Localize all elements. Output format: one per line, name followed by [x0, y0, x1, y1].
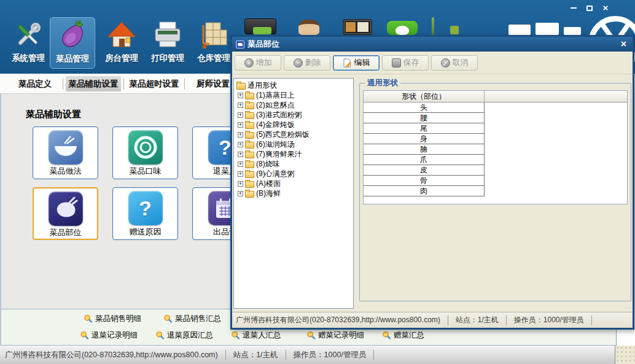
plate-icon — [128, 130, 163, 165]
tree-item[interactable]: (2)如意酥点 — [234, 100, 353, 110]
tree-item[interactable]: (1)蒸蒸日上 — [234, 90, 353, 100]
expand-icon[interactable] — [238, 181, 243, 187]
close-button[interactable]: × — [600, 3, 611, 13]
table-row[interactable]: 腩 — [364, 144, 485, 155]
folder-icon — [245, 112, 254, 119]
staff-icon[interactable] — [298, 20, 319, 35]
expand-icon[interactable] — [238, 132, 243, 137]
magnifier-icon — [231, 331, 240, 340]
card-dish-flavor[interactable]: 菜品口味 — [112, 126, 178, 179]
card-label: 菜品做法 — [33, 166, 98, 177]
status-separator — [591, 316, 592, 325]
wechat-app-icon[interactable] — [387, 21, 418, 35]
cancel-button[interactable]: 取消 — [431, 55, 478, 71]
cancel-icon — [441, 58, 450, 68]
tree-item[interactable]: (4)金牌炖饭 — [234, 120, 353, 130]
dialog-title: 菜品部位 — [247, 39, 618, 50]
dialog-titlebar[interactable]: 菜品部位 × — [232, 37, 633, 52]
add-button[interactable]: + 增加 — [235, 55, 281, 71]
delete-icon: − — [294, 58, 303, 68]
toolbar-item-system[interactable]: 系统管理 — [6, 17, 51, 69]
link-return-person-summary[interactable]: 退菜人汇总 — [231, 330, 281, 341]
section-title: 菜品辅助设置 — [26, 109, 81, 120]
expand-icon[interactable] — [238, 171, 243, 177]
cancel-label: 取消 — [453, 57, 469, 68]
toolbar-item-tables[interactable]: 房台管理 — [99, 17, 144, 69]
tab-dish-aux-settings[interactable]: 菜品辅助设置 — [66, 76, 121, 91]
folder-icon — [245, 122, 254, 129]
magnifier-icon — [84, 314, 93, 323]
edit-icon — [343, 58, 352, 68]
toolbar-label: 系统管理 — [6, 53, 51, 64]
tab-separator — [184, 78, 185, 90]
card-dish-method[interactable]: 菜品做法 — [33, 126, 98, 179]
table-row[interactable]: 骨 — [364, 176, 485, 186]
resize-grip[interactable] — [615, 346, 635, 364]
warehouse-icon — [191, 17, 236, 53]
save-icon — [392, 58, 401, 68]
tree-item[interactable]: (A)楼面 — [234, 179, 353, 188]
card-gift-reason[interactable]: ? 赠送原因 — [112, 187, 178, 240]
save-label: 保存 — [403, 57, 419, 68]
toolbar-item-dishes[interactable]: 菜品管理 — [50, 17, 95, 69]
tree-item[interactable]: (6)滋润炖汤 — [234, 139, 353, 149]
tab-chef-settings[interactable]: 厨师设置 — [193, 76, 233, 91]
tree-item[interactable]: (7)爽滑鲜果汁 — [234, 149, 353, 159]
tree-item[interactable]: (3)港式面粉粥 — [234, 110, 353, 120]
link-dish-sales-detail[interactable]: 菜品销售明细 — [84, 314, 141, 324]
tab-dish-definition[interactable]: 菜品定义 — [9, 76, 61, 91]
tab-dish-timeout[interactable]: 菜品超时设置 — [127, 76, 182, 91]
table-row[interactable]: 肉 — [364, 186, 485, 196]
tree-item[interactable]: (9)心满意粥 — [234, 169, 353, 179]
column-header-shape[interactable]: 形状（部位） — [364, 91, 485, 102]
minimize-button[interactable] — [568, 3, 579, 13]
link-return-record-detail[interactable]: 退菜记录明细 — [80, 330, 138, 341]
house-icon — [99, 17, 144, 53]
link-dish-sales-summary[interactable]: 菜品销售汇总 — [163, 314, 221, 324]
link-gift-record-detail[interactable]: 赠菜记录明细 — [306, 330, 364, 341]
save-button[interactable]: 保存 — [382, 55, 429, 71]
expand-icon[interactable] — [238, 112, 243, 118]
shape-table: 形状（部位） 头 腰 尾 身 腩 爪 皮 骨 肉 — [363, 90, 628, 204]
tree-label: (4)金牌炖饭 — [256, 120, 295, 130]
expand-icon[interactable] — [238, 103, 243, 108]
expand-icon[interactable] — [238, 142, 243, 147]
folder-icon — [236, 83, 246, 90]
edit-label: 编辑 — [354, 57, 370, 68]
link-label: 赠菜汇总 — [394, 330, 424, 341]
table-row[interactable]: 尾 — [364, 123, 485, 134]
edit-button[interactable]: 编辑 — [333, 55, 380, 71]
toolbar-item-print[interactable]: 打印管理 — [145, 17, 190, 69]
tree-item[interactable]: (B)海鲜 — [234, 188, 353, 198]
status-station: 站点：1/主机 — [456, 315, 499, 325]
expand-icon[interactable] — [238, 93, 243, 98]
menu-photo-icon — [357, 22, 368, 32]
tree-item[interactable]: (8)烧味 — [234, 159, 353, 169]
flag-pole-icon[interactable] — [432, 17, 434, 35]
expand-icon[interactable] — [238, 122, 243, 128]
table-header-row: 形状（部位） — [364, 91, 627, 103]
card-dish-part[interactable]: 菜品部位 — [33, 187, 98, 240]
dish-icon — [49, 192, 83, 226]
link-gift-summary[interactable]: 赠菜汇总 — [382, 330, 424, 341]
table-row[interactable]: 头 — [364, 103, 485, 113]
maximize-button[interactable] — [584, 3, 595, 13]
expand-icon[interactable] — [238, 191, 243, 196]
tree-root[interactable]: 通用形状 — [234, 80, 353, 90]
table-row[interactable]: 爪 — [364, 155, 485, 165]
small-app-icon[interactable] — [450, 26, 459, 34]
table-row[interactable]: 皮 — [364, 165, 485, 176]
tree-item[interactable]: (5)西式意粉焗饭 — [234, 130, 353, 139]
expand-icon[interactable] — [238, 161, 243, 167]
link-return-reason-summary[interactable]: 退菜原因汇总 — [155, 330, 213, 341]
tree-label: (7)爽滑鲜果汁 — [256, 149, 302, 160]
link-label: 菜品销售明细 — [95, 314, 141, 324]
menu-display-icon[interactable] — [343, 19, 372, 35]
delete-button[interactable]: − 删除 — [284, 55, 330, 71]
status-separator — [506, 316, 507, 325]
toolbar-item-warehouse[interactable]: 仓库管理 — [191, 17, 236, 69]
table-row[interactable]: 身 — [364, 134, 485, 144]
expand-icon[interactable] — [238, 152, 243, 157]
table-row[interactable]: 腰 — [364, 113, 485, 123]
dialog-close-button[interactable]: × — [618, 39, 629, 50]
